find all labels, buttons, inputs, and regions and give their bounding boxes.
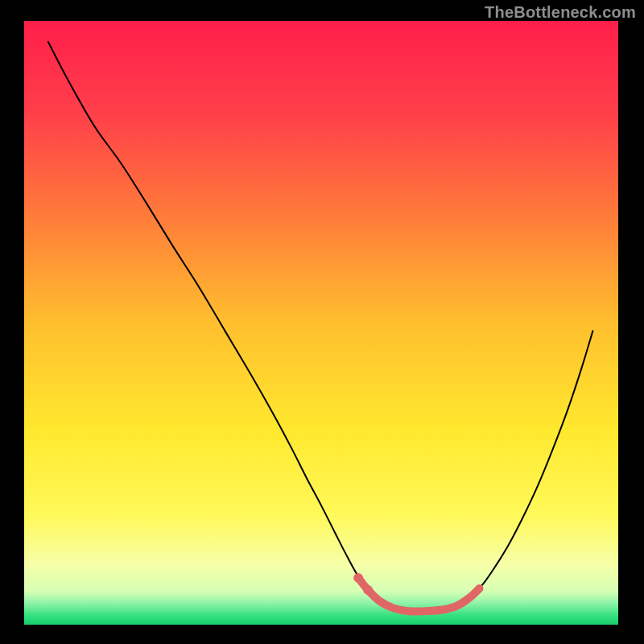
highlight-dot bbox=[363, 585, 373, 595]
watermark-text: TheBottleneck.com bbox=[485, 3, 636, 22]
highlight-dot bbox=[353, 573, 363, 583]
chart-stage: TheBottleneck.com bbox=[0, 0, 644, 644]
bottleneck-chart bbox=[0, 0, 644, 644]
plot-area bbox=[24, 21, 618, 625]
